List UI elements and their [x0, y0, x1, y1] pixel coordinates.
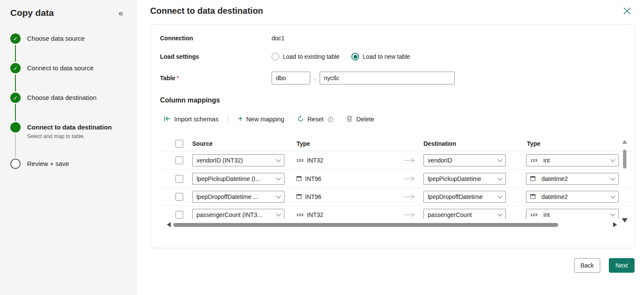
reset-label: Reset	[308, 116, 324, 123]
step-choose-data-source[interactable]: ✓ Choose data source	[10, 33, 126, 63]
main-header: Connect to data destination	[150, 6, 635, 17]
vertical-scroll-thumb[interactable]	[623, 150, 626, 169]
step-pending-circle-icon	[10, 159, 21, 169]
chevron-down-icon	[276, 211, 281, 216]
step-completed-check-icon: ✓	[10, 63, 21, 73]
calendar-type-icon	[530, 194, 535, 199]
step-review-save[interactable]: Review + save	[10, 159, 126, 188]
scroll-down-arrow-icon[interactable]	[622, 218, 628, 223]
destination-type-select[interactable]: int	[526, 209, 619, 219]
destination-type-value: int	[544, 157, 550, 164]
new-mapping-button[interactable]: + New mapping	[234, 114, 287, 125]
radio-load-existing-table[interactable]: Load to existing table	[272, 53, 339, 60]
number-type-icon	[530, 158, 538, 163]
reset-button[interactable]: Reset	[294, 114, 337, 125]
destination-column-select[interactable]: lpepDropoffDatetime	[423, 191, 506, 203]
source-column-select[interactable]: lpepDropoffDatetime ...	[192, 191, 284, 203]
chevron-down-icon	[610, 157, 615, 162]
destination-type-select[interactable]: int	[526, 154, 619, 166]
table-label: Table*	[160, 75, 272, 81]
scroll-up-arrow-icon[interactable]	[622, 140, 627, 144]
trash-icon	[346, 115, 353, 123]
radio-load-new-table[interactable]: Load to new table	[351, 53, 410, 60]
vertical-scrollbar[interactable]	[622, 140, 627, 223]
required-asterisk: *	[177, 75, 179, 81]
table-name-input[interactable]	[320, 72, 455, 84]
wizard-steps: ✓ Choose data source ✓ Connect to data s…	[10, 33, 126, 188]
header-source-type: Type	[293, 140, 399, 147]
number-type-icon	[296, 158, 304, 163]
chevron-down-icon	[610, 175, 615, 180]
destination-type-value: datetime2	[541, 175, 568, 182]
destination-column-select[interactable]: lpepPickupDatetime	[423, 173, 506, 185]
mappings-toolbar: Import schemas + New mapping Reset	[160, 113, 634, 126]
source-type-cell: INT32	[293, 211, 399, 218]
header-destination-type: Type	[526, 140, 619, 147]
destination-type-select[interactable]: datetime2	[526, 173, 619, 185]
source-type-value: INT96	[305, 193, 321, 200]
chevron-down-icon	[610, 193, 615, 198]
destination-select-value: vendorID	[428, 157, 452, 164]
scroll-right-arrow-icon[interactable]	[613, 222, 617, 227]
step-choose-data-destination[interactable]: ✓ Choose data destination	[10, 93, 126, 122]
chevron-down-icon	[276, 157, 281, 162]
destination-type-value: int	[544, 211, 550, 218]
table-header: Source Type Destination Type	[160, 136, 634, 151]
chevron-down-icon	[497, 175, 502, 180]
schema-table-separator: .	[314, 75, 316, 81]
back-button[interactable]: Back	[574, 258, 600, 273]
import-schemas-label: Import schemas	[174, 116, 218, 123]
table-row-fields: Table* .	[160, 72, 634, 84]
source-type-cell: INT96	[293, 175, 399, 182]
close-icon[interactable]	[622, 6, 632, 17]
wizard-sidebar: Copy data « ✓ Choose data source ✓ Conne…	[0, 0, 136, 295]
import-schemas-button[interactable]: Import schemas	[160, 114, 222, 125]
step-connect-to-data-source[interactable]: ✓ Connect to data source	[10, 63, 126, 93]
radio-label: Load to existing table	[283, 53, 339, 60]
horizontal-scrollbar[interactable]	[167, 222, 617, 228]
info-icon	[328, 117, 333, 122]
connection-value: doc1	[272, 35, 284, 42]
calendar-type-icon	[296, 176, 302, 181]
column-mapping-table: Source Type Destination Type vendorID (I…	[160, 136, 634, 228]
source-type-cell: INT32	[293, 157, 399, 164]
delete-button[interactable]: Delete	[343, 114, 378, 125]
main-panel: Connect to data destination Connection d…	[136, 0, 644, 295]
calendar-type-icon	[296, 194, 302, 199]
toolbar-divider	[228, 115, 228, 123]
source-column-select[interactable]: lpepPickupDatetime (I...	[192, 173, 284, 185]
source-select-value: lpepDropoffDatetime ...	[197, 193, 258, 200]
source-column-select[interactable]: passengerCount (INT3...	[192, 209, 284, 219]
row-checkbox[interactable]	[175, 157, 183, 164]
horizontal-scroll-thumb[interactable]	[173, 223, 558, 227]
step-label: Review + save	[27, 159, 69, 169]
next-button[interactable]: Next	[609, 258, 635, 273]
destination-column-select[interactable]: passengerCount	[423, 209, 506, 219]
row-checkbox[interactable]	[175, 175, 183, 183]
connection-row: Connection doc1	[160, 35, 634, 42]
column-mappings-title: Column mappings	[160, 96, 634, 104]
new-mapping-label: New mapping	[246, 116, 284, 123]
step-label: Connect to data source	[27, 63, 94, 73]
mapping-arrow-icon	[399, 211, 421, 218]
collapse-sidebar-icon[interactable]: «	[116, 8, 126, 18]
horizontal-scroll-track[interactable]	[173, 223, 611, 227]
schema-name-input[interactable]	[272, 72, 310, 84]
chevron-down-icon	[276, 175, 281, 180]
step-label: Connect to data destination	[27, 122, 112, 132]
table-row: lpepPickupDatetime (I... INT96 lpepPicku…	[160, 169, 634, 187]
row-checkbox[interactable]	[175, 193, 183, 201]
scroll-left-arrow-icon[interactable]	[167, 222, 171, 227]
table-row: lpepDropoffDatetime ... INT96 lpepDropof…	[160, 187, 634, 205]
destination-type-select[interactable]: datetime2	[526, 191, 619, 203]
page-title: Connect to data destination	[150, 6, 263, 16]
wizard-footer: Back Next	[150, 258, 635, 273]
source-column-select[interactable]: vendorID (INT32)	[192, 154, 284, 166]
table-row: passengerCount (INT3... INT32 passengerC…	[160, 205, 634, 219]
step-completed-check-icon: ✓	[10, 33, 21, 44]
select-all-checkbox[interactable]	[175, 140, 183, 148]
step-connect-to-data-destination[interactable]: Connect to data destination Select and m…	[10, 122, 126, 159]
mapping-arrow-icon	[399, 175, 421, 182]
destination-column-select[interactable]: vendorID	[423, 154, 506, 166]
row-checkbox[interactable]	[175, 211, 183, 219]
